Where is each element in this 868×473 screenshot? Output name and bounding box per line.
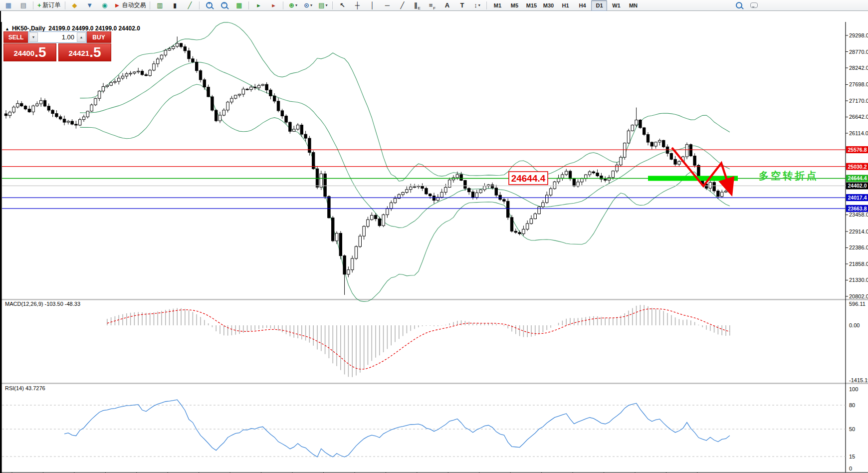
chart-title: ▲HK50-,Daily 24199.0 24499.0 24199.0 244… [5,25,140,32]
svg-text:80: 80 [849,402,855,408]
cursor-icon: ↖ [340,1,345,9]
vertical-line-icon[interactable]: │ [365,0,379,11]
fibonacci-icon[interactable]: ≡F [425,0,439,11]
chart-canvas[interactable]: 29298.028770.028242.027698.027170.026642… [1,22,868,473]
highlight-band[interactable] [648,176,738,181]
svg-text:28242.0: 28242.0 [849,65,868,71]
indicators-icon: ⊕ [289,1,294,9]
crosshair-icon[interactable]: ┼ [350,0,364,11]
text-icon: A [445,1,449,9]
volume-down-button[interactable]: ▼ [29,32,38,42]
timeframe-m1-button[interactable]: M1 [489,0,505,11]
arrows-icon[interactable]: ↕▾ [470,0,484,11]
tile-windows-icon: ▦ [236,1,242,9]
timeframe-m15-button[interactable]: M15 [523,0,539,11]
sell-price-button[interactable]: 24400.5 [3,43,56,61]
bar-chart-icon: ▥ [157,1,163,9]
label-icon: T [460,1,464,9]
svg-text:27170.0: 27170.0 [849,98,868,104]
crosshair-icon: ┼ [355,1,360,9]
chart-shift-icon[interactable]: ▸ [266,0,280,11]
mt4-terminal: { "toolbar": { "items": [ {"n":"chart-wi… [0,0,868,473]
data-window-icon[interactable]: ▤ [16,0,30,11]
history-center-icon[interactable]: ▼ [83,0,97,11]
price-annotation-text: 24644.4 [511,173,546,184]
history-center-icon: ▼ [86,1,93,9]
svg-text:27698.0: 27698.0 [849,81,868,87]
zoom-in-icon[interactable]: + [202,0,216,11]
periods-icon: ⊙ [304,1,309,9]
timeframe-d1-button[interactable]: D1 [591,0,607,11]
line-chart-icon[interactable]: ╱ [183,0,197,11]
styler-icon: ◆ [72,1,77,9]
buy-price-button[interactable]: 24421.5 [58,43,111,61]
symbol-period-label: HK50-,Daily [12,25,45,32]
svg-text:100: 100 [849,386,858,392]
svg-text:596.11: 596.11 [849,301,866,307]
templates-icon[interactable]: ▤▾ [316,0,330,11]
label-icon[interactable]: T [455,0,469,11]
tile-windows-icon[interactable]: ▦ [232,0,246,11]
search-icon[interactable] [732,0,746,11]
new-order-button: + [37,1,41,9]
line-chart-icon: ╱ [188,1,192,9]
macd-indicator-label: MACD(12,26,9) -103.50 -48.33 [5,301,80,307]
svg-text:50: 50 [849,426,855,432]
svg-text:20802.0: 20802.0 [849,293,868,299]
svg-text:28770.0: 28770.0 [849,49,868,55]
svg-text:26114.0: 26114.0 [849,130,868,136]
svg-text:22914.0: 22914.0 [849,229,868,235]
candle-chart-icon[interactable]: ▮ [168,0,182,11]
svg-text:24402.0: 24402.0 [848,183,867,189]
timeframe-m5-button[interactable]: M5 [506,0,522,11]
cursor-icon[interactable]: ↖ [335,0,349,11]
svg-text:22386.0: 22386.0 [849,244,868,250]
styler-icon[interactable]: ◆ [68,0,82,11]
main-toolbar: ▦▤+新订单◆▼◉►自动交易▥▮╱+−▦▸▸⊕▾⊙▾▤▾↖┼│─╱∥E≡FAT↕… [0,0,868,11]
volume-box: ▼ 1.00 ▲ [28,31,87,43]
svg-text:21330.0: 21330.0 [849,277,868,283]
timeframe-w1-button[interactable]: W1 [608,0,624,11]
zoom-out-icon[interactable]: − [217,0,231,11]
volume-up-button[interactable]: ▲ [77,32,86,42]
callout-text[interactable]: 多空转折点 [759,170,819,181]
bar-chart-icon[interactable]: ▥ [153,0,167,11]
sell-button[interactable]: SELL [3,31,28,43]
horizontal-line-icon: ─ [385,1,390,9]
rsi-indicator-label: RSI(14) 43.7276 [5,385,45,391]
svg-text:29298.0: 29298.0 [849,32,868,38]
vertical-line-icon: │ [370,1,374,9]
data-window-icon: ▤ [20,1,26,9]
volume-input[interactable]: 1.00 [38,32,76,42]
templates-icon: ▤ [318,1,324,9]
svg-text:-1415.19: -1415.19 [849,377,868,383]
timeframe-h4-button[interactable]: H4 [574,0,590,11]
text-icon[interactable]: A [440,0,454,11]
buy-price-pips: .5 [89,45,101,60]
trendline-icon[interactable]: ╱ [395,0,409,11]
chart-window-icon[interactable]: ▦ [1,0,15,11]
chat-icon[interactable] [747,0,761,11]
timeframe-m30-button[interactable]: M30 [540,0,556,11]
new-order-button[interactable]: +新订单 [36,0,62,11]
autotrading-button: ► [114,1,121,9]
buy-button[interactable]: BUY [87,31,111,43]
channel-icon: ∥ [414,1,418,9]
signals-icon[interactable]: ◉ [98,0,112,11]
channel-icon[interactable]: ∥E [410,0,424,11]
collapse-panel-icon[interactable]: ▲ [5,26,9,31]
indicators-icon[interactable]: ⊕▾ [286,0,300,11]
timeframe-mn-button[interactable]: MN [625,0,641,11]
horizontal-line-icon[interactable]: ─ [380,0,394,11]
auto-scroll-icon[interactable]: ▸ [251,0,265,11]
buy-price-main: 24421 [68,47,89,60]
svg-text:23458.0: 23458.0 [849,212,868,218]
svg-text:25030.2: 25030.2 [848,164,867,170]
candle-chart-icon: ▮ [173,1,177,9]
auto-scroll-icon: ▸ [257,1,260,9]
timeframe-h1-button[interactable]: H1 [557,0,573,11]
trendline-icon: ╱ [401,1,405,9]
periods-icon[interactable]: ⊙▾ [301,0,315,11]
autotrading-button[interactable]: ►自动交易 [113,0,148,11]
svg-text:23663.8: 23663.8 [848,206,867,212]
